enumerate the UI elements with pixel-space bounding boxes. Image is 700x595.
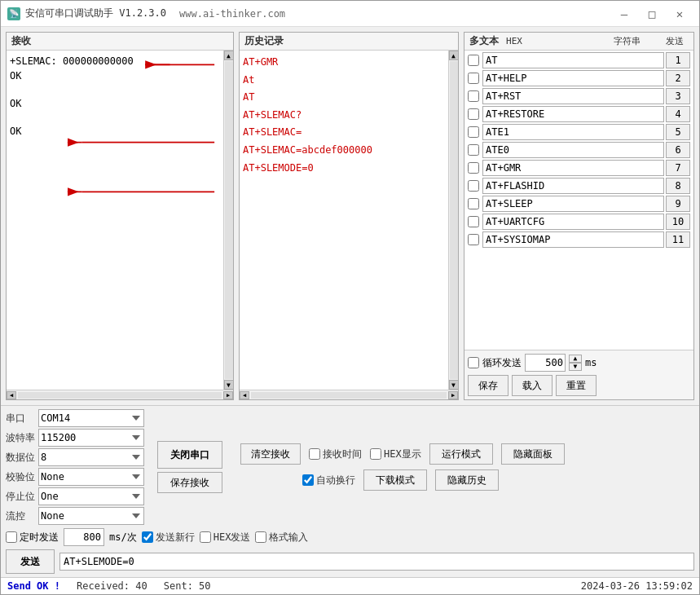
history-scroll-right[interactable]: ▶: [448, 391, 458, 399]
multi-row-send-btn[interactable]: 9: [666, 196, 690, 212]
history-item-7[interactable]: AT+SLEMODE=0: [243, 160, 448, 178]
multi-row-send-btn[interactable]: 4: [666, 106, 690, 122]
loop-send-input[interactable]: 500: [525, 354, 566, 372]
scroll-right-btn[interactable]: ▶: [223, 391, 233, 399]
send-button[interactable]: 发送: [6, 549, 55, 574]
history-h-scrollbar[interactable]: ◀ ▶: [240, 390, 458, 399]
auto-newline-checkbox[interactable]: [302, 474, 314, 486]
stop-bits-select[interactable]: One: [38, 487, 144, 505]
multi-row-hex-checkbox[interactable]: [468, 55, 479, 66]
close-port-button[interactable]: 关闭串口: [157, 441, 222, 469]
history-scroll-up[interactable]: ▲: [449, 51, 459, 60]
multi-row-hex-checkbox[interactable]: [468, 126, 479, 138]
recv-time-option: 接收时间: [309, 447, 362, 461]
multi-col-hex-label: HEX: [502, 36, 526, 46]
multi-row-input[interactable]: [482, 196, 664, 212]
format-input-checkbox[interactable]: [255, 531, 266, 543]
loop-spin-down[interactable]: ▼: [569, 363, 582, 371]
history-item-6[interactable]: AT+SLEMAC=abcdef000000: [243, 142, 448, 160]
baud-rate-select[interactable]: 115200: [38, 429, 144, 447]
history-item-1[interactable]: AT+GMR: [243, 54, 448, 72]
multi-row-send-btn[interactable]: 7: [666, 160, 690, 176]
send-input[interactable]: [59, 553, 694, 571]
hex-display-checkbox[interactable]: [370, 448, 381, 460]
multi-row-input[interactable]: [482, 214, 664, 230]
multi-panel-header: 多文本 HEX 字符串 发送: [464, 33, 693, 51]
history-item-2[interactable]: At: [243, 72, 448, 90]
multi-row-hex-checkbox[interactable]: [468, 108, 479, 120]
loop-spin-up[interactable]: ▲: [569, 355, 582, 363]
multi-row-input[interactable]: [482, 88, 664, 104]
multi-row-input[interactable]: [482, 52, 664, 68]
hex-send-checkbox[interactable]: [200, 531, 211, 543]
history-scroll-track[interactable]: [450, 61, 458, 379]
clear-recv-button[interactable]: 清空接收: [240, 443, 301, 465]
multi-row-input[interactable]: [482, 178, 664, 194]
multi-row-send-btn[interactable]: 10: [666, 214, 690, 230]
timer-send-checkbox[interactable]: [6, 531, 17, 543]
save-recv-button[interactable]: 保存接收: [157, 472, 222, 493]
multi-row-input[interactable]: [482, 106, 664, 122]
multi-row-send-btn[interactable]: 8: [666, 178, 690, 194]
history-item-5[interactable]: AT+SLEMAC=: [243, 124, 448, 142]
multi-row-hex-checkbox[interactable]: [468, 73, 479, 84]
multi-rows: 1 2 3 4 5 6 7 8 9 10 11: [464, 51, 693, 350]
history-item-4[interactable]: AT+SLEMAC?: [243, 107, 448, 125]
format-input-label: 格式输入: [269, 531, 308, 544]
multi-row-send-btn[interactable]: 11: [666, 231, 690, 248]
reset-button[interactable]: 重置: [556, 375, 597, 396]
history-h-track[interactable]: [251, 392, 447, 399]
close-button[interactable]: ✕: [667, 4, 693, 24]
recv-options-group: 清空接收 接收时间 HEX显示 运行模式 隐藏面板 自动换行: [240, 443, 565, 491]
app-website: www.ai-thinker.com: [179, 8, 285, 20]
multi-row-hex-checkbox[interactable]: [468, 198, 479, 209]
multi-row-hex-checkbox[interactable]: [468, 234, 479, 245]
history-item-3[interactable]: AT: [243, 89, 448, 107]
multi-row-send-btn[interactable]: 1: [666, 52, 690, 68]
history-scroll-down[interactable]: ▼: [449, 380, 459, 390]
multi-row-send-btn[interactable]: 6: [666, 142, 690, 158]
minimize-button[interactable]: —: [611, 4, 637, 24]
multi-row-hex-checkbox[interactable]: [468, 144, 479, 156]
multi-row: 2: [468, 70, 690, 86]
maximize-button[interactable]: □: [639, 4, 665, 24]
multi-row-input[interactable]: [482, 231, 664, 248]
multi-row-send-btn[interactable]: 2: [666, 70, 690, 86]
data-bits-label: 数据位: [6, 451, 35, 465]
data-bits-select[interactable]: 8: [38, 448, 144, 466]
hide-panel-button[interactable]: 隐藏面板: [501, 443, 565, 465]
flow-control-select[interactable]: None: [38, 507, 144, 525]
multi-row-input[interactable]: [482, 160, 664, 176]
recv-h-scrollbar[interactable]: ◀ ▶: [7, 390, 233, 399]
save-button[interactable]: 保存: [468, 375, 508, 396]
scroll-left-btn[interactable]: ◀: [7, 391, 16, 399]
timer-value-input[interactable]: [64, 528, 104, 546]
recv-time-checkbox[interactable]: [309, 448, 320, 460]
newline-checkbox[interactable]: [142, 531, 153, 543]
h-scroll-track[interactable]: [18, 392, 222, 399]
multi-row-send-btn[interactable]: 3: [666, 88, 690, 104]
history-scroll-left[interactable]: ◀: [240, 391, 249, 399]
parity-select[interactable]: None: [38, 468, 144, 486]
loop-send-checkbox[interactable]: [468, 357, 479, 368]
multi-row-hex-checkbox[interactable]: [468, 90, 479, 102]
scroll-up-btn[interactable]: ▲: [224, 51, 234, 60]
recv-v-scrollbar[interactable]: ▲ ▼: [223, 51, 233, 390]
multi-row-hex-checkbox[interactable]: [468, 216, 479, 227]
run-mode-button[interactable]: 运行模式: [429, 443, 493, 465]
serial-port-select[interactable]: COM14: [38, 409, 144, 427]
multi-row-hex-checkbox[interactable]: [468, 162, 479, 174]
scroll-down-btn[interactable]: ▼: [224, 380, 234, 390]
recv-text: +SLEMAC: 000000000000 OK OK OK: [10, 54, 223, 386]
download-mode-button[interactable]: 下载模式: [363, 469, 427, 491]
hide-history-button[interactable]: 隐藏历史: [435, 469, 499, 491]
sent-status: Sent: 50: [164, 580, 211, 592]
multi-row-input[interactable]: [482, 124, 664, 140]
history-v-scrollbar[interactable]: ▲ ▼: [448, 51, 458, 390]
scroll-track[interactable]: [225, 61, 233, 379]
load-button[interactable]: 载入: [512, 375, 553, 396]
multi-row-send-btn[interactable]: 5: [666, 124, 690, 140]
multi-row-input[interactable]: [482, 70, 664, 86]
multi-row-hex-checkbox[interactable]: [468, 180, 479, 192]
multi-row-input[interactable]: [482, 142, 664, 158]
